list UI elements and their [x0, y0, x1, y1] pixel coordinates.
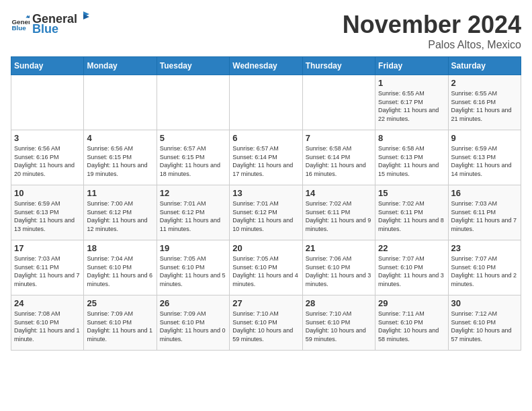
day-number: 6 [232, 133, 299, 143]
day-number: 2 [451, 78, 518, 88]
day-number: 13 [232, 188, 299, 198]
calendar-cell: 20Sunrise: 7:05 AM Sunset: 6:10 PM Dayli… [230, 240, 302, 295]
calendar-cell [11, 75, 84, 130]
title-area: November 2024 Palos Altos, Mexico [343, 11, 521, 51]
day-info: Sunrise: 7:09 AM Sunset: 6:10 PM Dayligh… [87, 310, 153, 343]
day-info: Sunrise: 6:59 AM Sunset: 6:13 PM Dayligh… [14, 199, 81, 233]
day-number: 29 [378, 298, 445, 308]
location-title: Palos Altos, Mexico [343, 39, 521, 51]
day-number: 21 [306, 243, 372, 253]
day-info: Sunrise: 7:12 AM Sunset: 6:10 PM Dayligh… [451, 310, 518, 343]
calendar-week-1: 1Sunrise: 6:55 AM Sunset: 6:17 PM Daylig… [11, 75, 521, 130]
day-info: Sunrise: 6:57 AM Sunset: 6:15 PM Dayligh… [160, 144, 226, 178]
calendar-cell: 1Sunrise: 6:55 AM Sunset: 6:17 PM Daylig… [375, 75, 448, 130]
day-number: 24 [14, 298, 81, 308]
day-number: 5 [160, 133, 226, 143]
calendar-cell: 10Sunrise: 6:59 AM Sunset: 6:13 PM Dayli… [11, 185, 84, 240]
day-info: Sunrise: 6:59 AM Sunset: 6:13 PM Dayligh… [451, 144, 518, 178]
column-header-saturday: Saturday [448, 57, 521, 75]
calendar-cell: 30Sunrise: 7:12 AM Sunset: 6:10 PM Dayli… [448, 295, 521, 351]
day-number: 16 [451, 188, 518, 198]
day-info: Sunrise: 7:10 AM Sunset: 6:10 PM Dayligh… [306, 310, 372, 343]
column-header-tuesday: Tuesday [157, 57, 229, 75]
calendar-cell: 2Sunrise: 6:55 AM Sunset: 6:16 PM Daylig… [448, 75, 521, 130]
day-number: 14 [306, 188, 372, 198]
day-info: Sunrise: 6:58 AM Sunset: 6:14 PM Dayligh… [306, 144, 372, 178]
calendar-cell: 7Sunrise: 6:58 AM Sunset: 6:14 PM Daylig… [302, 130, 375, 185]
day-info: Sunrise: 6:58 AM Sunset: 6:13 PM Dayligh… [378, 144, 445, 178]
calendar-cell: 8Sunrise: 6:58 AM Sunset: 6:13 PM Daylig… [375, 130, 448, 185]
calendar-cell: 16Sunrise: 7:03 AM Sunset: 6:11 PM Dayli… [448, 185, 521, 240]
day-info: Sunrise: 7:02 AM Sunset: 6:11 PM Dayligh… [378, 199, 445, 233]
day-number: 23 [451, 243, 518, 253]
day-info: Sunrise: 6:56 AM Sunset: 6:15 PM Dayligh… [87, 144, 153, 178]
day-info: Sunrise: 7:08 AM Sunset: 6:10 PM Dayligh… [14, 310, 81, 343]
calendar-cell: 14Sunrise: 7:02 AM Sunset: 6:11 PM Dayli… [302, 185, 375, 240]
day-info: Sunrise: 7:05 AM Sunset: 6:10 PM Dayligh… [232, 255, 299, 288]
day-number: 18 [87, 243, 153, 253]
calendar-cell: 5Sunrise: 6:57 AM Sunset: 6:15 PM Daylig… [157, 130, 229, 185]
day-info: Sunrise: 6:57 AM Sunset: 6:14 PM Dayligh… [232, 144, 299, 178]
calendar-header-row: SundayMondayTuesdayWednesdayThursdayFrid… [11, 57, 521, 75]
calendar-cell: 12Sunrise: 7:01 AM Sunset: 6:12 PM Dayli… [157, 185, 229, 240]
calendar-cell: 17Sunrise: 7:03 AM Sunset: 6:11 PM Dayli… [11, 240, 84, 295]
calendar-cell: 22Sunrise: 7:07 AM Sunset: 6:10 PM Dayli… [375, 240, 448, 295]
day-info: Sunrise: 7:09 AM Sunset: 6:10 PM Dayligh… [160, 310, 226, 343]
column-header-sunday: Sunday [11, 57, 84, 75]
calendar-week-3: 10Sunrise: 6:59 AM Sunset: 6:13 PM Dayli… [11, 185, 521, 240]
calendar-cell: 3Sunrise: 6:56 AM Sunset: 6:16 PM Daylig… [11, 130, 84, 185]
day-info: Sunrise: 7:00 AM Sunset: 6:12 PM Dayligh… [87, 199, 153, 233]
calendar-cell: 25Sunrise: 7:09 AM Sunset: 6:10 PM Dayli… [84, 295, 157, 351]
calendar-cell [157, 75, 229, 130]
calendar-cell: 23Sunrise: 7:07 AM Sunset: 6:10 PM Dayli… [448, 240, 521, 295]
day-info: Sunrise: 7:06 AM Sunset: 6:10 PM Dayligh… [306, 255, 372, 288]
calendar-cell [230, 75, 302, 130]
day-number: 22 [378, 243, 445, 253]
day-number: 8 [378, 133, 445, 143]
logo-icon: General Blue [11, 14, 30, 33]
day-info: Sunrise: 7:11 AM Sunset: 6:10 PM Dayligh… [378, 310, 445, 343]
day-number: 11 [87, 188, 153, 198]
day-info: Sunrise: 7:02 AM Sunset: 6:11 PM Dayligh… [306, 199, 372, 233]
logo-flag-icon [77, 11, 89, 23]
day-info: Sunrise: 7:03 AM Sunset: 6:11 PM Dayligh… [14, 255, 81, 288]
day-number: 1 [378, 78, 445, 88]
calendar-cell: 26Sunrise: 7:09 AM Sunset: 6:10 PM Dayli… [157, 295, 229, 351]
logo: General Blue General Blue [11, 11, 89, 36]
calendar-cell: 21Sunrise: 7:06 AM Sunset: 6:10 PM Dayli… [302, 240, 375, 295]
header: General Blue General Blue November 2024 … [11, 11, 521, 51]
day-number: 27 [232, 298, 299, 308]
calendar-cell: 19Sunrise: 7:05 AM Sunset: 6:10 PM Dayli… [157, 240, 229, 295]
day-info: Sunrise: 7:04 AM Sunset: 6:10 PM Dayligh… [87, 255, 153, 288]
calendar-cell: 6Sunrise: 6:57 AM Sunset: 6:14 PM Daylig… [230, 130, 302, 185]
calendar-cell: 9Sunrise: 6:59 AM Sunset: 6:13 PM Daylig… [448, 130, 521, 185]
day-number: 9 [451, 133, 518, 143]
calendar-table: SundayMondayTuesdayWednesdayThursdayFrid… [11, 56, 521, 351]
day-number: 17 [14, 243, 81, 253]
calendar-week-5: 24Sunrise: 7:08 AM Sunset: 6:10 PM Dayli… [11, 295, 521, 351]
day-info: Sunrise: 7:07 AM Sunset: 6:10 PM Dayligh… [451, 255, 518, 288]
calendar-cell [84, 75, 157, 130]
calendar-cell: 24Sunrise: 7:08 AM Sunset: 6:10 PM Dayli… [11, 295, 84, 351]
calendar-cell: 28Sunrise: 7:10 AM Sunset: 6:10 PM Dayli… [302, 295, 375, 351]
day-info: Sunrise: 6:55 AM Sunset: 6:16 PM Dayligh… [451, 89, 518, 123]
calendar-cell: 4Sunrise: 6:56 AM Sunset: 6:15 PM Daylig… [84, 130, 157, 185]
day-info: Sunrise: 7:07 AM Sunset: 6:10 PM Dayligh… [378, 255, 445, 288]
calendar-body: 1Sunrise: 6:55 AM Sunset: 6:17 PM Daylig… [11, 75, 521, 351]
day-number: 28 [306, 298, 372, 308]
calendar-cell: 27Sunrise: 7:10 AM Sunset: 6:10 PM Dayli… [230, 295, 302, 351]
month-title: November 2024 [343, 11, 521, 39]
day-info: Sunrise: 6:56 AM Sunset: 6:16 PM Dayligh… [14, 144, 81, 178]
column-header-wednesday: Wednesday [230, 57, 302, 75]
calendar-week-4: 17Sunrise: 7:03 AM Sunset: 6:11 PM Dayli… [11, 240, 521, 295]
svg-text:Blue: Blue [11, 24, 26, 32]
column-header-thursday: Thursday [302, 57, 375, 75]
day-number: 15 [378, 188, 445, 198]
column-header-friday: Friday [375, 57, 448, 75]
day-info: Sunrise: 6:55 AM Sunset: 6:17 PM Dayligh… [378, 89, 445, 123]
calendar-cell: 18Sunrise: 7:04 AM Sunset: 6:10 PM Dayli… [84, 240, 157, 295]
day-number: 19 [160, 243, 226, 253]
day-number: 25 [87, 298, 153, 308]
day-info: Sunrise: 7:03 AM Sunset: 6:11 PM Dayligh… [451, 199, 518, 233]
day-info: Sunrise: 7:01 AM Sunset: 6:12 PM Dayligh… [160, 199, 226, 233]
